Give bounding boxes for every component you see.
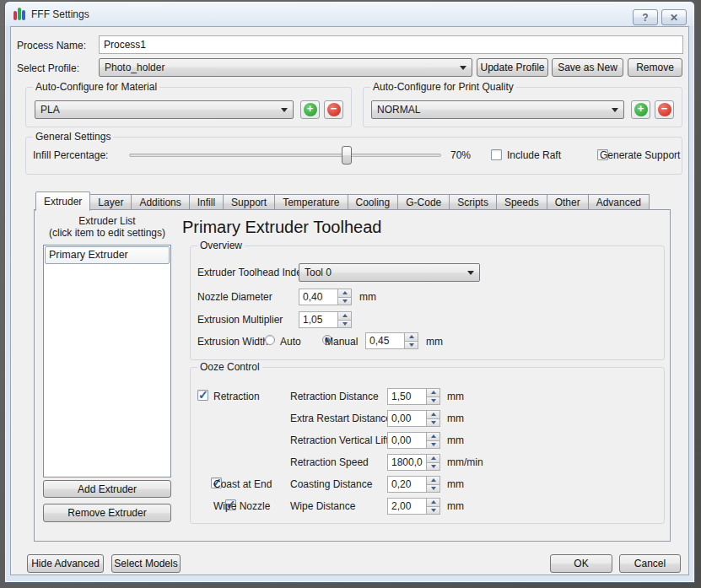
retraction-vertical-lift-value[interactable]: 0,00 [387, 432, 427, 449]
spin-down-button[interactable] [427, 507, 440, 515]
extrusion-width-auto-label: Auto [280, 336, 301, 348]
retraction-checkbox[interactable] [197, 390, 208, 401]
spin-up-button[interactable] [427, 432, 440, 441]
spin-down-button[interactable] [427, 485, 440, 494]
help-button[interactable]: ? [633, 9, 658, 25]
add-extruder-button[interactable]: Add Extruder [43, 480, 171, 498]
add-quality-button[interactable]: + [631, 100, 650, 119]
retraction-speed-spinner[interactable]: 1800,0 [387, 454, 440, 471]
retraction-label: Retraction [213, 391, 260, 402]
spin-down-button[interactable] [427, 419, 440, 428]
infill-slider-handle[interactable] [342, 146, 352, 165]
extra-restart-distance-spinner[interactable]: 0,00 [387, 410, 440, 427]
dropdown-arrow-icon [460, 66, 466, 70]
extrusion-multiplier-spinner[interactable]: 1,05 [299, 311, 352, 328]
retraction-vertical-lift-spinner[interactable]: 0,00 [387, 432, 440, 449]
tab-layer[interactable]: Layer [90, 194, 132, 210]
tab-additions[interactable]: Additions [132, 194, 189, 210]
tab-support[interactable]: Support [224, 194, 275, 210]
material-select[interactable]: PLA [35, 100, 294, 119]
remove-material-button[interactable]: − [324, 100, 343, 119]
remove-profile-button[interactable]: Remove [628, 58, 682, 77]
spin-down-button[interactable] [427, 441, 440, 450]
infill-percentage-label: Infill Percentage: [33, 149, 108, 161]
process-name-label: Process Name: [17, 40, 86, 51]
toolhead-index-select[interactable]: Tool 0 [299, 263, 480, 282]
generate-support-label: Generate Support [600, 149, 680, 161]
tab-infill[interactable]: Infill [190, 194, 224, 210]
spin-down-button[interactable] [427, 463, 440, 472]
extruder-list[interactable]: Primary Extruder [43, 245, 171, 477]
spin-down-button[interactable] [338, 321, 352, 329]
include-raft-label: Include Raft [507, 149, 561, 161]
extrusion-width-spinner[interactable]: 0,45 [365, 332, 418, 349]
list-item-primary-extruder[interactable]: Primary Extruder [45, 246, 170, 264]
retraction-vertical-lift-unit: mm [447, 434, 464, 446]
close-icon: ✕ [670, 12, 678, 24]
wipe-distance-value[interactable]: 2,00 [387, 498, 427, 515]
infill-slider[interactable] [129, 154, 441, 157]
select-models-button[interactable]: Select Models [111, 554, 181, 573]
tab-advanced[interactable]: Advanced [589, 194, 650, 210]
spin-up-button[interactable] [427, 498, 440, 507]
spin-down-button[interactable] [427, 397, 440, 406]
retraction-distance-unit: mm [447, 391, 464, 402]
minus-icon: − [327, 103, 341, 116]
profile-select[interactable]: Photo_holder [99, 58, 472, 77]
spin-down-button[interactable] [405, 342, 418, 350]
dialog-body: Process Name: Select Profile: Photo_hold… [10, 26, 689, 575]
tab-temperature[interactable]: Temperature [275, 194, 348, 210]
material-selected-value: PLA [40, 104, 281, 116]
extrusion-width-manual-label: Manual [325, 336, 358, 348]
retraction-distance-spinner[interactable]: 1,50 [387, 388, 440, 405]
overview-group: Overview Extruder Toolhead Index Tool 0 … [190, 245, 665, 360]
spin-down-button[interactable] [338, 298, 352, 306]
remove-extruder-button[interactable]: Remove Extruder [43, 504, 171, 522]
coasting-distance-unit: mm [447, 478, 464, 490]
nozzle-diameter-spinner[interactable]: 0,40 [299, 289, 352, 305]
spin-up-button[interactable] [427, 476, 440, 485]
tab-speeds[interactable]: Speeds [497, 194, 547, 210]
coasting-distance-spinner[interactable]: 0,20 [387, 476, 440, 493]
spin-up-button[interactable] [427, 454, 440, 463]
ooze-control-group-label: Ooze Control [197, 361, 262, 373]
spin-up-button[interactable] [427, 388, 440, 397]
titlebar[interactable]: FFF Settings ? ✕ [5, 2, 694, 26]
retraction-speed-value[interactable]: 1800,0 [387, 454, 427, 471]
coasting-distance-label: Coasting Distance [290, 478, 372, 490]
tab-cooling[interactable]: Cooling [348, 194, 399, 210]
coasting-distance-value[interactable]: 0,20 [387, 476, 427, 493]
cancel-button[interactable]: Cancel [619, 554, 681, 573]
spin-up-button[interactable] [427, 410, 440, 419]
overview-group-label: Overview [197, 240, 245, 251]
close-button[interactable]: ✕ [661, 9, 687, 25]
include-raft-checkbox[interactable] [491, 149, 502, 160]
wipe-nozzle-label: Wipe Nozzle [213, 500, 270, 512]
extrusion-width-auto-radio[interactable] [265, 335, 275, 345]
spin-up-button[interactable] [338, 289, 352, 298]
tab-scripts[interactable]: Scripts [450, 194, 497, 210]
process-name-input[interactable] [99, 35, 683, 54]
nozzle-diameter-value[interactable]: 0,40 [299, 289, 338, 305]
tab-other[interactable]: Other [547, 194, 589, 210]
extrusion-width-value[interactable]: 0,45 [365, 332, 405, 349]
retraction-distance-value[interactable]: 1,50 [387, 388, 427, 405]
extra-restart-distance-value[interactable]: 0,00 [387, 410, 427, 427]
nozzle-diameter-unit: mm [359, 291, 376, 303]
general-settings-group-label: General Settings [33, 131, 113, 143]
save-as-new-button[interactable]: Save as New [552, 58, 623, 77]
add-material-button[interactable]: + [300, 100, 320, 119]
extrusion-multiplier-value[interactable]: 1,05 [299, 311, 338, 328]
wipe-distance-unit: mm [447, 500, 464, 512]
spin-up-button[interactable] [405, 332, 418, 342]
remove-quality-button[interactable]: − [655, 100, 674, 119]
update-profile-button[interactable]: Update Profile [477, 58, 548, 77]
hide-advanced-button[interactable]: Hide Advanced [27, 554, 104, 573]
wipe-distance-spinner[interactable]: 2,00 [387, 498, 440, 515]
tab-gcode[interactable]: G-Code [398, 194, 450, 210]
quality-select[interactable]: NORMAL [371, 100, 624, 119]
tab-extruder[interactable]: Extruder [35, 192, 90, 211]
spin-up-button[interactable] [338, 311, 352, 321]
retraction-speed-unit: mm/min [447, 456, 483, 468]
ok-button[interactable]: OK [550, 554, 612, 573]
